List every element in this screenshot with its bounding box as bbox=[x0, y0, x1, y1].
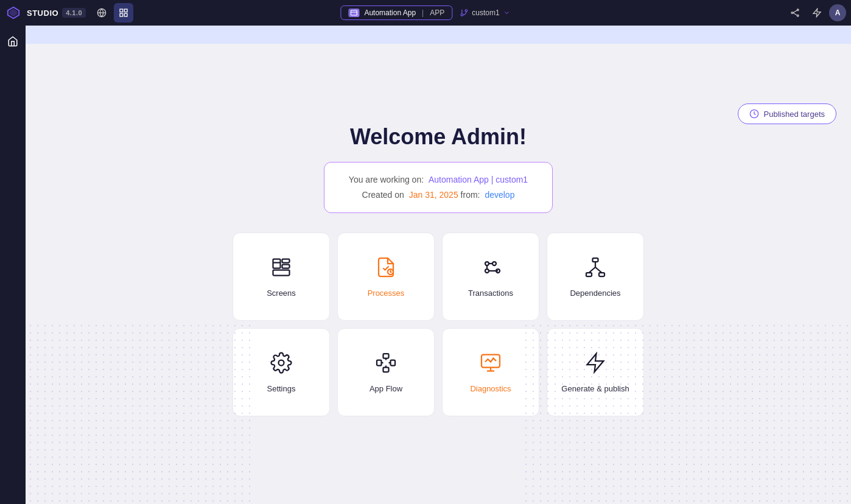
svg-rect-33 bbox=[593, 258, 598, 262]
svg-marker-1 bbox=[10, 10, 17, 16]
subnav-bar bbox=[0, 26, 851, 44]
svg-point-14 bbox=[797, 9, 799, 11]
app-name: Automation App bbox=[364, 9, 416, 17]
working-on-app-link[interactable]: Automation App | custom1 bbox=[429, 175, 528, 184]
settings-label: Settings bbox=[267, 384, 296, 393]
svg-rect-5 bbox=[124, 9, 127, 12]
nav-center: Automation App | APP custom1 bbox=[340, 5, 510, 20]
sidebar-home-icon[interactable] bbox=[3, 32, 23, 51]
svg-line-17 bbox=[793, 13, 797, 15]
svg-line-38 bbox=[595, 267, 602, 273]
globe-icon-btn[interactable] bbox=[92, 3, 111, 23]
dependencies-label: Dependencies bbox=[570, 289, 620, 298]
sidebar bbox=[0, 26, 26, 504]
dot-pattern-right bbox=[522, 322, 851, 504]
app-flow-label: App Flow bbox=[369, 384, 402, 393]
processes-label: Processes bbox=[368, 289, 405, 298]
svg-marker-18 bbox=[813, 9, 821, 16]
dependencies-icon bbox=[584, 256, 606, 281]
dot-pattern-left bbox=[26, 322, 251, 504]
lightning-icon-btn[interactable] bbox=[807, 3, 827, 23]
published-targets-button[interactable]: Published targets bbox=[738, 103, 836, 124]
app-selector[interactable]: Automation App | APP bbox=[340, 5, 452, 20]
svg-point-13 bbox=[791, 12, 793, 14]
nav-right: A bbox=[785, 3, 846, 23]
card-screens[interactable]: Screens bbox=[233, 233, 330, 321]
screens-icon bbox=[270, 256, 292, 281]
svg-rect-40 bbox=[377, 360, 382, 365]
svg-line-37 bbox=[589, 267, 596, 273]
working-on-prefix: You are working on: bbox=[349, 175, 424, 184]
grid-icon-btn[interactable] bbox=[114, 3, 133, 23]
svg-point-28 bbox=[485, 269, 489, 273]
working-on-line1: You are working on: Automation App | cus… bbox=[349, 172, 528, 187]
app-flow-icon bbox=[375, 352, 397, 377]
published-targets-label: Published targets bbox=[764, 110, 825, 119]
svg-point-39 bbox=[279, 360, 284, 365]
from-branch-link[interactable]: develop bbox=[485, 190, 514, 200]
svg-point-15 bbox=[797, 15, 799, 16]
from-text: from: bbox=[461, 190, 480, 200]
svg-rect-43 bbox=[383, 367, 389, 372]
working-on-card: You are working on: Automation App | cus… bbox=[324, 162, 553, 213]
studio-text: STUDIO bbox=[27, 9, 58, 18]
svg-rect-6 bbox=[120, 13, 123, 16]
user-avatar[interactable]: A bbox=[829, 4, 846, 21]
diagnostics-icon bbox=[480, 352, 502, 377]
processes-icon bbox=[375, 256, 397, 281]
svg-line-16 bbox=[793, 10, 797, 13]
svg-rect-4 bbox=[120, 9, 123, 12]
app-logo-icon bbox=[348, 9, 359, 17]
created-on-date: Jan 31, 2025 bbox=[409, 190, 458, 200]
svg-point-11 bbox=[465, 10, 468, 12]
app-separator: | bbox=[422, 9, 424, 17]
card-transactions[interactable]: Transactions bbox=[442, 233, 539, 321]
diagnostics-label: Diagnostics bbox=[470, 384, 511, 393]
screens-label: Screens bbox=[267, 289, 296, 298]
navbar: STUDIO 4.1.0 Automation App | APP bbox=[0, 0, 851, 26]
svg-rect-35 bbox=[599, 273, 604, 276]
settings-icon bbox=[270, 352, 292, 377]
svg-rect-24 bbox=[273, 270, 290, 275]
svg-rect-8 bbox=[351, 10, 357, 15]
main-content: Published targets Welcome Admin! You are… bbox=[26, 88, 851, 504]
transactions-icon bbox=[480, 256, 502, 281]
version-badge: 4.1.0 bbox=[62, 8, 86, 18]
svg-rect-20 bbox=[273, 259, 281, 268]
working-on-line2: Created on Jan 31, 2025 from: develop bbox=[349, 187, 528, 203]
transactions-label: Transactions bbox=[468, 289, 513, 298]
svg-rect-34 bbox=[586, 273, 592, 276]
brand-logo bbox=[5, 4, 22, 21]
svg-rect-23 bbox=[282, 264, 290, 268]
svg-point-12 bbox=[461, 14, 463, 16]
svg-rect-7 bbox=[124, 13, 127, 16]
svg-rect-22 bbox=[282, 259, 290, 262]
card-dependencies[interactable]: Dependencies bbox=[547, 233, 644, 321]
studio-label: STUDIO 4.1.0 bbox=[27, 8, 86, 18]
branch-selector[interactable]: custom1 bbox=[460, 9, 510, 17]
svg-point-26 bbox=[485, 262, 489, 265]
welcome-title: Welcome Admin! bbox=[350, 124, 527, 150]
created-on-prefix: Created on bbox=[362, 190, 404, 200]
card-processes[interactable]: Processes bbox=[337, 233, 435, 321]
app-type: APP bbox=[430, 9, 444, 17]
card-app-flow[interactable]: App Flow bbox=[337, 328, 435, 416]
branch-name: custom1 bbox=[472, 9, 499, 17]
svg-rect-41 bbox=[391, 360, 396, 365]
nodes-icon-btn[interactable] bbox=[785, 3, 805, 23]
svg-point-27 bbox=[492, 262, 496, 265]
svg-rect-42 bbox=[383, 354, 389, 359]
